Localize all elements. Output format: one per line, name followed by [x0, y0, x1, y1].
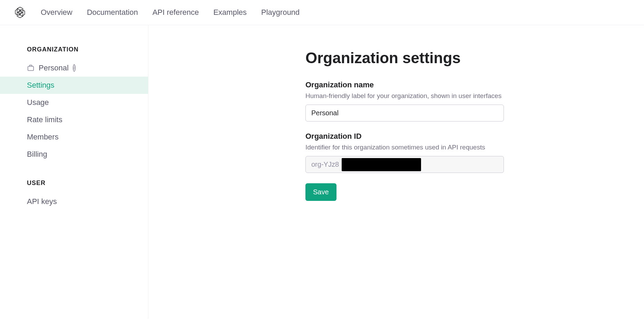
topbar: Overview Documentation API reference Exa… — [0, 0, 644, 25]
sidebar: ORGANIZATION Personal i Settings Usage R… — [0, 25, 148, 319]
org-name-label: Organization name — [305, 80, 504, 89]
sidebar-item-label: Settings — [27, 81, 55, 90]
sidebar-section-user: USER — [0, 179, 148, 193]
sidebar-item-billing[interactable]: Billing — [0, 146, 148, 163]
sidebar-org-name-label: Personal — [39, 64, 69, 72]
sidebar-section-organization: ORGANIZATION — [0, 46, 148, 59]
top-nav: Overview Documentation API reference Exa… — [41, 8, 300, 17]
sidebar-item-usage[interactable]: Usage — [0, 94, 148, 111]
nav-examples[interactable]: Examples — [213, 8, 247, 17]
redaction-block — [342, 158, 421, 171]
page-title: Organization settings — [305, 49, 504, 67]
svg-rect-0 — [28, 66, 34, 70]
nav-api-reference[interactable]: API reference — [153, 8, 199, 17]
save-button[interactable]: Save — [305, 183, 336, 201]
sidebar-item-label: Usage — [27, 98, 49, 107]
org-id-description: Identifier for this organization sometim… — [305, 144, 504, 151]
brand-logo-icon — [14, 6, 26, 19]
sidebar-org-selector[interactable]: Personal i — [0, 59, 148, 77]
nav-playground[interactable]: Playground — [261, 8, 300, 17]
main-content: Organization settings Organization name … — [148, 25, 644, 319]
field-org-id: Organization ID Identifier for this orga… — [305, 132, 504, 173]
nav-documentation[interactable]: Documentation — [87, 8, 138, 17]
sidebar-item-rate-limits[interactable]: Rate limits — [0, 111, 148, 128]
org-name-input[interactable] — [305, 105, 504, 121]
sidebar-item-label: Billing — [27, 150, 47, 159]
info-icon[interactable]: i — [73, 64, 76, 72]
sidebar-item-settings[interactable]: Settings — [0, 77, 148, 94]
field-org-name: Organization name Human-friendly label f… — [305, 80, 504, 121]
sidebar-item-label: Rate limits — [27, 115, 62, 124]
org-id-label: Organization ID — [305, 132, 504, 141]
sidebar-item-members[interactable]: Members — [0, 128, 148, 146]
briefcase-icon — [27, 64, 35, 72]
nav-overview[interactable]: Overview — [41, 8, 72, 17]
sidebar-item-label: API keys — [27, 197, 57, 206]
sidebar-item-api-keys[interactable]: API keys — [0, 193, 148, 210]
org-name-description: Human-friendly label for your organizati… — [305, 92, 504, 100]
sidebar-item-label: Members — [27, 133, 59, 142]
